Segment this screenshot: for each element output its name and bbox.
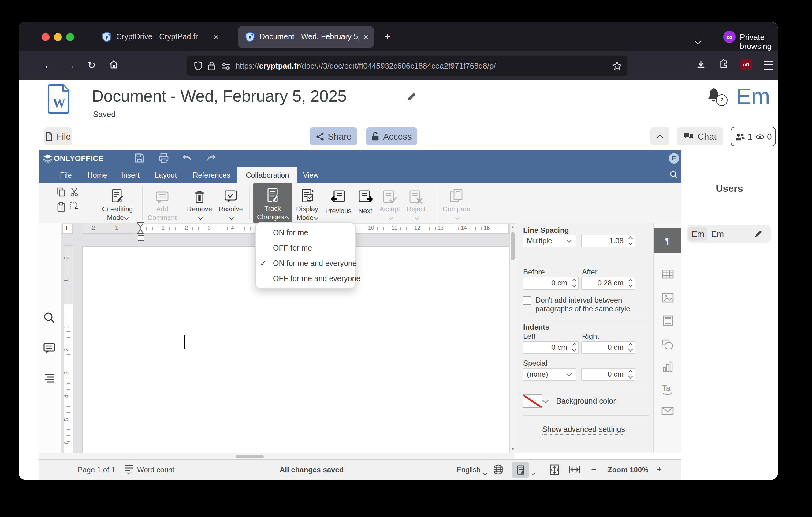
mail-merge-settings-icon[interactable] (654, 399, 682, 423)
search-icon[interactable] (669, 170, 678, 179)
indent-right-spinner[interactable]: 0 cm (581, 341, 635, 354)
language-selector[interactable]: English (457, 466, 481, 474)
save-icon[interactable] (135, 153, 144, 163)
find-icon[interactable] (44, 311, 55, 323)
window-zoom-button[interactable] (66, 33, 74, 41)
new-tab-button[interactable]: + (380, 29, 395, 44)
scrollbar-thumb[interactable] (236, 455, 264, 458)
tab-file[interactable]: File (59, 167, 73, 183)
zoom-level[interactable]: Zoom 100% (608, 466, 648, 474)
track-changes-status-button[interactable] (512, 462, 529, 478)
url-bar[interactable]: https://cryptpad.fr/doc/#/3/doc/edit/ff0… (186, 56, 627, 76)
tracking-protection-shield-icon[interactable] (194, 61, 203, 71)
line-spacing-select[interactable]: Multiple (523, 234, 576, 247)
menu-hamburger-icon[interactable] (764, 61, 774, 70)
spellcheck-globe-icon[interactable] (493, 464, 503, 475)
paragraph-settings-icon[interactable]: ¶ (654, 228, 682, 253)
edit-title-pencil-icon[interactable] (406, 92, 416, 102)
scroll-up-icon[interactable]: ▲ (510, 224, 515, 229)
tab-layout[interactable]: Layout (153, 167, 178, 183)
navigation-outline-icon[interactable] (44, 373, 55, 383)
cut-icon[interactable] (70, 187, 79, 197)
share-button[interactable]: Share (310, 128, 357, 145)
page-indicator[interactable]: Page 1 of 1 (78, 466, 115, 474)
table-settings-icon[interactable] (654, 263, 682, 286)
fit-width-icon[interactable] (569, 466, 581, 473)
close-tab-icon[interactable]: × (361, 32, 371, 41)
track-changes-button-active[interactable]: Track Changes (253, 183, 292, 223)
reload-button[interactable]: ↻ (87, 59, 96, 72)
background-color-dropdown[interactable] (542, 393, 550, 407)
edit-name-pencil-icon[interactable] (754, 229, 762, 238)
fit-page-icon[interactable] (550, 464, 559, 475)
vertical-ruler[interactable]: 21123456 (64, 245, 74, 453)
scrollbar-thumb[interactable] (511, 232, 514, 260)
connection-lock-icon[interactable] (208, 61, 215, 71)
chart-settings-icon[interactable] (654, 355, 682, 378)
close-tab-icon[interactable]: × (211, 32, 221, 41)
tab-view[interactable]: View (302, 167, 320, 183)
spacing-before-spinner[interactable]: 0 cm (523, 277, 579, 290)
copy-icon[interactable] (57, 187, 65, 197)
comments-panel-icon[interactable] (44, 343, 55, 354)
user-list-item[interactable]: Em Em (687, 225, 771, 243)
document-title[interactable]: Document - Wed, February 5, 2025 (92, 87, 347, 106)
home-button[interactable] (109, 59, 119, 69)
indent-left-spinner[interactable]: 0 cm (523, 341, 579, 354)
line-spacing-value-spinner[interactable]: 1.08 (581, 234, 635, 247)
tab-insert[interactable]: Insert (120, 167, 141, 183)
special-amount-spinner[interactable]: 0 cm (581, 368, 635, 381)
access-button[interactable]: Access (366, 128, 417, 145)
tab-cryptdrive[interactable]: CryptDrive - CryptPad.fr × (102, 22, 237, 51)
left-indent-marker[interactable] (138, 235, 144, 241)
menu-item-off-for-me[interactable]: OFF for me (256, 241, 355, 256)
indent-marker[interactable] (137, 222, 144, 235)
vertical-scrollbar[interactable]: ▲ ▼ (509, 223, 516, 453)
word-count-button[interactable]: Word count (137, 466, 174, 474)
language-chevron-icon[interactable] (484, 468, 487, 477)
background-color-swatch[interactable] (523, 394, 542, 408)
scroll-down-icon[interactable]: ▼ (510, 446, 515, 452)
remove-comment-button[interactable]: Remove (183, 185, 215, 222)
presence-indicator[interactable]: 1 0 (731, 127, 776, 146)
window-close-button[interactable] (41, 33, 50, 41)
display-mode-button[interactable]: Display Mode (292, 185, 322, 222)
forward-button[interactable]: → (65, 59, 75, 72)
back-button[interactable]: ← (44, 59, 53, 72)
special-select[interactable]: (none) (523, 368, 576, 381)
tab-document-active[interactable]: Document - Wed, February 5, 2 × (238, 25, 374, 48)
menu-item-on-for-me[interactable]: ON for me (256, 225, 355, 241)
next-change-button[interactable]: Next (354, 185, 376, 222)
downloads-icon[interactable] (696, 60, 705, 69)
zoom-out-button[interactable]: − (591, 464, 597, 474)
text-art-settings-icon[interactable]: Ta (654, 378, 682, 401)
coediting-mode-button[interactable]: Co-editing Mode (99, 185, 136, 222)
bookmark-star-icon[interactable] (612, 61, 622, 71)
extensions-icon[interactable] (719, 59, 728, 69)
menu-item-off-for-everyone[interactable]: OFF for me and everyone (256, 271, 355, 287)
list-tabs-chevron-icon[interactable] (696, 35, 700, 46)
file-menu-button[interactable]: File (44, 128, 72, 145)
print-icon[interactable] (158, 153, 169, 163)
previous-change-button[interactable]: Previous (322, 185, 354, 222)
zoom-in-button[interactable]: + (657, 464, 662, 474)
tab-home[interactable]: Home (86, 167, 108, 183)
track-changes-chevron-icon[interactable] (531, 468, 534, 477)
header-footer-settings-icon[interactable] (654, 309, 682, 332)
show-advanced-settings-link[interactable]: Show advanced settings (542, 425, 625, 435)
undo-icon[interactable] (181, 154, 192, 162)
shape-settings-icon[interactable] (654, 333, 682, 356)
chat-button[interactable]: Chat (677, 128, 723, 145)
window-minimize-button[interactable] (54, 33, 62, 41)
no-interval-checkbox[interactable] (523, 296, 531, 305)
tab-stop-selector[interactable]: L (62, 223, 73, 234)
tab-references[interactable]: References (192, 167, 232, 183)
menu-item-on-for-everyone[interactable]: ✓ON for me and everyone (256, 256, 355, 271)
horizontal-scrollbar[interactable] (38, 453, 515, 460)
resolve-button[interactable]: Resolve (215, 185, 246, 222)
spacing-after-spinner[interactable]: 0.28 cm (581, 277, 635, 290)
image-settings-icon[interactable] (654, 286, 682, 309)
account-avatar[interactable]: Em (736, 84, 770, 110)
editor-user-avatar[interactable]: E (669, 153, 679, 164)
paste-icon[interactable] (57, 202, 65, 212)
